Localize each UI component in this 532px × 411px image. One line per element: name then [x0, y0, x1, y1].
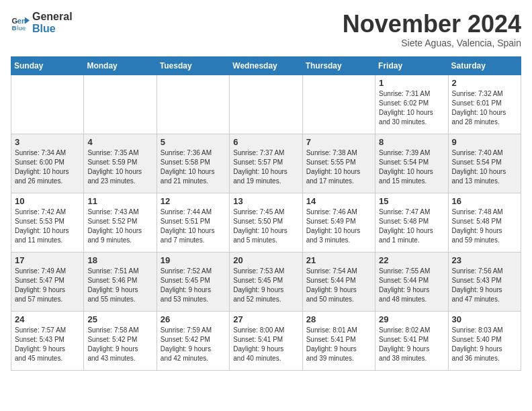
day-number: 13: [233, 196, 298, 206]
day-info: Sunrise: 7:49 AM Sunset: 5:47 PM Dayligh…: [15, 267, 80, 304]
table-cell: 27Sunrise: 8:00 AM Sunset: 5:41 PM Dayli…: [230, 311, 302, 370]
svg-text:lue: lue: [17, 24, 26, 32]
table-cell: 28Sunrise: 8:01 AM Sunset: 5:41 PM Dayli…: [302, 311, 375, 370]
table-cell: [157, 75, 229, 134]
week-row-1: 1Sunrise: 7:31 AM Sunset: 6:02 PM Daylig…: [11, 75, 521, 134]
table-cell: 18Sunrise: 7:51 AM Sunset: 5:46 PM Dayli…: [84, 252, 157, 311]
table-cell: 22Sunrise: 7:55 AM Sunset: 5:44 PM Dayli…: [375, 252, 448, 311]
day-number: 16: [452, 196, 517, 206]
table-cell: 26Sunrise: 7:59 AM Sunset: 5:42 PM Dayli…: [157, 311, 229, 370]
table-cell: 30Sunrise: 8:03 AM Sunset: 5:40 PM Dayli…: [448, 311, 521, 370]
day-info: Sunrise: 7:59 AM Sunset: 5:42 PM Dayligh…: [161, 326, 226, 363]
table-cell: 12Sunrise: 7:44 AM Sunset: 5:51 PM Dayli…: [157, 193, 229, 252]
svg-marker-3: [25, 17, 30, 24]
day-number: 1: [379, 78, 444, 88]
day-info: Sunrise: 8:03 AM Sunset: 5:40 PM Dayligh…: [452, 326, 517, 363]
table-cell: 9Sunrise: 7:40 AM Sunset: 5:54 PM Daylig…: [448, 134, 521, 193]
table-cell: 5Sunrise: 7:36 AM Sunset: 5:58 PM Daylig…: [157, 134, 229, 193]
table-cell: [84, 75, 157, 134]
day-number: 23: [452, 255, 517, 265]
day-number: 28: [306, 314, 371, 324]
table-cell: 13Sunrise: 7:45 AM Sunset: 5:50 PM Dayli…: [230, 193, 302, 252]
weekday-header-row: SundayMondayTuesdayWednesdayThursdayFrid…: [11, 56, 521, 75]
day-info: Sunrise: 7:47 AM Sunset: 5:48 PM Dayligh…: [379, 208, 444, 245]
day-info: Sunrise: 7:32 AM Sunset: 6:01 PM Dayligh…: [452, 89, 517, 127]
table-cell: [302, 75, 375, 134]
table-cell: 15Sunrise: 7:47 AM Sunset: 5:48 PM Dayli…: [375, 193, 448, 252]
title-area: November 2024 Siete Aguas, Valencia, Spa…: [343, 11, 521, 48]
day-number: 17: [15, 255, 80, 265]
weekday-header-saturday: Saturday: [448, 56, 521, 75]
weekday-header-tuesday: Tuesday: [157, 56, 229, 75]
day-number: 27: [233, 314, 298, 324]
day-number: 14: [306, 196, 371, 206]
table-cell: 21Sunrise: 7:54 AM Sunset: 5:44 PM Dayli…: [302, 252, 375, 311]
table-cell: 19Sunrise: 7:52 AM Sunset: 5:45 PM Dayli…: [157, 252, 229, 311]
day-info: Sunrise: 7:51 AM Sunset: 5:46 PM Dayligh…: [87, 267, 152, 304]
day-number: 18: [87, 255, 152, 265]
day-info: Sunrise: 7:57 AM Sunset: 5:43 PM Dayligh…: [15, 326, 80, 363]
day-number: 8: [379, 137, 444, 147]
day-number: 20: [233, 255, 298, 265]
day-info: Sunrise: 7:53 AM Sunset: 5:45 PM Dayligh…: [233, 267, 298, 304]
day-info: Sunrise: 7:35 AM Sunset: 5:59 PM Dayligh…: [87, 148, 152, 186]
weekday-header-sunday: Sunday: [11, 56, 84, 75]
day-number: 4: [87, 137, 152, 147]
day-info: Sunrise: 7:38 AM Sunset: 5:55 PM Dayligh…: [306, 148, 371, 186]
table-cell: 16Sunrise: 7:48 AM Sunset: 5:48 PM Dayli…: [448, 193, 521, 252]
weekday-header-friday: Friday: [375, 56, 448, 75]
table-cell: 3Sunrise: 7:34 AM Sunset: 6:00 PM Daylig…: [11, 134, 84, 193]
day-info: Sunrise: 8:01 AM Sunset: 5:41 PM Dayligh…: [306, 326, 371, 363]
day-number: 29: [379, 314, 444, 324]
day-info: Sunrise: 7:31 AM Sunset: 6:02 PM Dayligh…: [379, 89, 444, 127]
day-info: Sunrise: 8:02 AM Sunset: 5:41 PM Dayligh…: [379, 326, 444, 363]
weekday-header-wednesday: Wednesday: [230, 56, 302, 75]
day-number: 3: [15, 137, 80, 147]
logo: G e n B lue General Blue: [11, 11, 73, 34]
month-title: November 2024: [343, 11, 521, 38]
table-cell: 10Sunrise: 7:42 AM Sunset: 5:53 PM Dayli…: [11, 193, 84, 252]
day-info: Sunrise: 7:43 AM Sunset: 5:52 PM Dayligh…: [87, 208, 152, 245]
day-info: Sunrise: 8:00 AM Sunset: 5:41 PM Dayligh…: [233, 326, 298, 363]
week-row-3: 10Sunrise: 7:42 AM Sunset: 5:53 PM Dayli…: [11, 193, 521, 252]
day-info: Sunrise: 7:36 AM Sunset: 5:58 PM Dayligh…: [161, 148, 226, 186]
day-info: Sunrise: 7:55 AM Sunset: 5:44 PM Dayligh…: [379, 267, 444, 304]
day-number: 11: [87, 196, 152, 206]
logo-icon: G e n B lue: [11, 13, 30, 32]
logo-line1: General: [32, 11, 73, 23]
day-number: 19: [161, 255, 226, 265]
day-number: 30: [452, 314, 517, 324]
table-cell: 6Sunrise: 7:37 AM Sunset: 5:57 PM Daylig…: [230, 134, 302, 193]
day-number: 6: [233, 137, 298, 147]
day-number: 12: [161, 196, 226, 206]
table-cell: 4Sunrise: 7:35 AM Sunset: 5:59 PM Daylig…: [84, 134, 157, 193]
table-cell: 23Sunrise: 7:56 AM Sunset: 5:43 PM Dayli…: [448, 252, 521, 311]
table-cell: 14Sunrise: 7:46 AM Sunset: 5:49 PM Dayli…: [302, 193, 375, 252]
day-info: Sunrise: 7:44 AM Sunset: 5:51 PM Dayligh…: [161, 208, 226, 245]
day-number: 15: [379, 196, 444, 206]
day-info: Sunrise: 7:58 AM Sunset: 5:42 PM Dayligh…: [87, 326, 152, 363]
table-cell: 20Sunrise: 7:53 AM Sunset: 5:45 PM Dayli…: [230, 252, 302, 311]
table-cell: 7Sunrise: 7:38 AM Sunset: 5:55 PM Daylig…: [302, 134, 375, 193]
day-info: Sunrise: 7:37 AM Sunset: 5:57 PM Dayligh…: [233, 148, 298, 186]
day-number: 5: [161, 137, 226, 147]
calendar-table: SundayMondayTuesdayWednesdayThursdayFrid…: [11, 56, 521, 371]
day-info: Sunrise: 7:42 AM Sunset: 5:53 PM Dayligh…: [15, 208, 80, 245]
day-number: 26: [161, 314, 226, 324]
day-info: Sunrise: 7:56 AM Sunset: 5:43 PM Dayligh…: [452, 267, 517, 304]
day-info: Sunrise: 7:48 AM Sunset: 5:48 PM Dayligh…: [452, 208, 517, 245]
day-info: Sunrise: 7:45 AM Sunset: 5:50 PM Dayligh…: [233, 208, 298, 245]
table-cell: 29Sunrise: 8:02 AM Sunset: 5:41 PM Dayli…: [375, 311, 448, 370]
table-cell: 2Sunrise: 7:32 AM Sunset: 6:01 PM Daylig…: [448, 75, 521, 134]
day-number: 9: [452, 137, 517, 147]
day-number: 2: [452, 78, 517, 88]
table-cell: 1Sunrise: 7:31 AM Sunset: 6:02 PM Daylig…: [375, 75, 448, 134]
day-info: Sunrise: 7:39 AM Sunset: 5:54 PM Dayligh…: [379, 148, 444, 186]
day-info: Sunrise: 7:52 AM Sunset: 5:45 PM Dayligh…: [161, 267, 226, 304]
table-cell: [11, 75, 84, 134]
day-info: Sunrise: 7:34 AM Sunset: 6:00 PM Dayligh…: [15, 148, 80, 186]
day-info: Sunrise: 7:40 AM Sunset: 5:54 PM Dayligh…: [452, 148, 517, 186]
logo-line2: Blue: [32, 23, 73, 35]
svg-text:B: B: [11, 24, 16, 32]
header: G e n B lue General Blue November 2024 S…: [11, 11, 521, 48]
